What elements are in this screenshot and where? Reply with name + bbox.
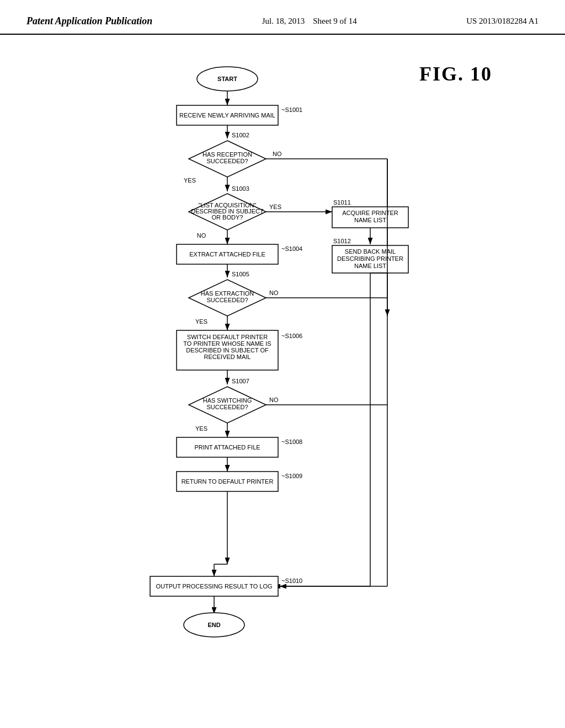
flowchart-svg: START RECEIVE NEWLY ARRIVING MAIL ~S1001… [95,57,470,691]
s1006-l1: SWITCH DEFAULT PRINTER [187,334,268,340]
no1-label: NO [273,151,282,157]
s1006-l3: DESCRIBED IN SUBJECT OF [186,347,269,354]
end-label: END [207,622,220,628]
yes1-label: YES [184,177,196,184]
main-content: FIG. 10 START RECEIVE NEWLY ARRIVING MAI… [0,35,565,708]
figure-label: FIG. 10 [419,62,492,85]
patent-number: US 2013/0182284 A1 [466,15,539,26]
s1010-ref: ~S1010 [281,577,302,584]
no2-label: NO [197,232,206,239]
no3-label: NO [269,290,279,296]
s1011-l1: ACQUIRE PRINTER [342,210,398,216]
s1005-d1: HAS EXTRACTION [201,290,254,297]
s1012-l3: NAME LIST [354,263,386,269]
s1003-ref: S1003 [232,185,249,192]
diagram-wrapper: FIG. 10 START RECEIVE NEWLY ARRIVING MAI… [56,51,509,691]
s1009-ref: ~S1009 [281,473,302,479]
s1005-d2: SUCCEEDED? [206,297,248,303]
s1005-ref: S1005 [232,271,249,277]
s1002-d1: HAS RECEPTION [202,151,252,158]
s1011-ref: S1011 [333,199,351,206]
flowchart-container: START RECEIVE NEWLY ARRIVING MAIL ~S1001… [56,57,509,691]
s1007-d1: HAS SWITCHING [203,397,252,404]
publication-title: Patent Application Publication [26,15,152,27]
s1012-l2: DESCRIBING PRINTER [337,255,403,262]
s1007-ref: S1007 [232,378,249,384]
yes4-label: YES [195,425,207,432]
s1010-label: OUTPUT PROCESSING RESULT TO LOG [156,583,272,590]
yes3-label: YES [195,318,207,325]
s1006-l2: TO PRINTER WHOSE NAME IS [183,340,271,347]
s1008-label: PRINT ATTACHED FILE [194,444,260,451]
s1007-d2: SUCCEEDED? [206,404,248,410]
s1006-ref: ~S1006 [281,333,302,339]
s1002-d2: SUCCEEDED? [206,158,248,164]
start-label: START [217,76,237,82]
s1003-d3: OR BODY? [212,214,243,221]
s1011-l2: NAME LIST [354,217,386,223]
s1012-ref: S1012 [333,238,351,244]
s1008-ref: ~S1008 [281,438,302,445]
page-header: Patent Application Publication Jul. 18, … [0,0,565,35]
publication-date: Jul. 18, 2013 Sheet 9 of 14 [262,15,357,26]
s1001-label: RECEIVE NEWLY ARRIVING MAIL [179,112,275,119]
s1012-l1: SEND BACK MAIL [345,248,396,255]
s1009-label: RETURN TO DEFAULT PRINTER [182,478,274,485]
s1004-label: EXTRACT ATTACHED FILE [189,251,265,258]
s1002-ref: S1002 [232,132,249,138]
no4-label: NO [269,397,279,403]
s1004-ref: ~S1004 [281,245,302,252]
s1001-ref: ~S1001 [281,106,302,113]
yes2-label: YES [269,204,281,210]
s1006-l4: RECEIVED MAIL [204,354,251,360]
